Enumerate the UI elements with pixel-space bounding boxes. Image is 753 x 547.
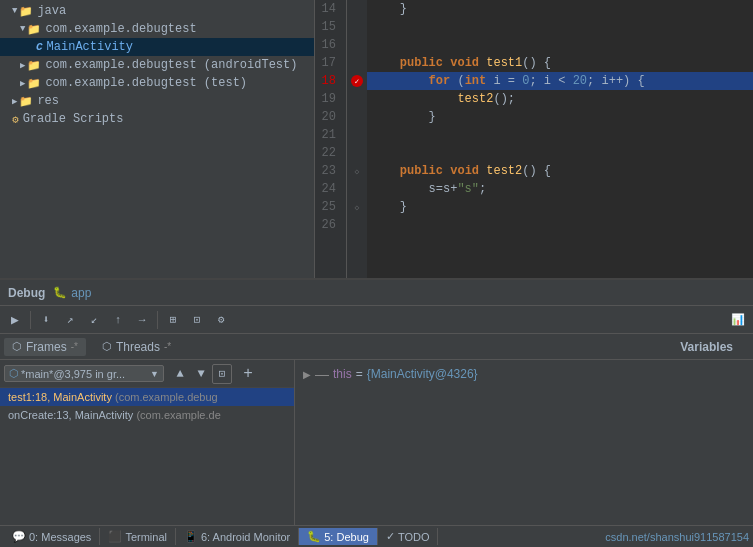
terminal-icon: ⬛ [108, 530, 122, 543]
code-content[interactable]: } public void test1() { for (int i = 0; … [367, 0, 753, 278]
nav-restore-button[interactable]: ⊡ [212, 364, 232, 384]
gray-folder-icon: 📁 [27, 59, 41, 72]
dropdown-arrow-icon: ▼ [150, 369, 159, 379]
run-to-cursor-button[interactable]: → [131, 309, 153, 331]
code-line-22 [367, 144, 753, 162]
force-step-into-button[interactable]: ↙ [83, 309, 105, 331]
frame-item-2[interactable]: onCreate:13, MainActivity (com.example.d… [0, 406, 294, 424]
gradle-icon: ⚙ [12, 113, 19, 126]
gutter-16 [347, 36, 367, 54]
frames-panel: ⬡ *main*@3,975 in gr... ▼ ▲ ▼ ⊡ + test1:… [0, 360, 295, 525]
line-num-24: 24 [315, 180, 340, 198]
step-over-button[interactable]: ⬇ [35, 309, 57, 331]
debug-toolbar: ▶ ⬇ ↗ ↙ ↑ → ⊞ ⊡ ⚙ 📊 [0, 306, 753, 334]
nav-down-button[interactable]: ▼ [191, 364, 211, 384]
frame-item-1[interactable]: test1:18, MainActivity (com.example.debu… [0, 388, 294, 406]
debug-panel: Debug 🐛 app ▶ ⬇ ↗ ↙ ↑ → ⊞ ⊡ ⚙ [0, 280, 753, 525]
gutter-24 [347, 180, 367, 198]
res-icon: 📁 [19, 95, 33, 108]
todo-icon: ✓ [386, 530, 395, 543]
android-test-label: com.example.debugtest (androidTest) [45, 58, 297, 72]
gutter-14 [347, 0, 367, 18]
tree-item-com-debug[interactable]: ▼ 📁 com.example.debugtest [0, 20, 314, 38]
frames-list: test1:18, MainActivity (com.example.debu… [0, 388, 294, 525]
tree-item-main-activity[interactable]: C MainActivity [0, 38, 314, 56]
nav-up-button[interactable]: ▲ [170, 364, 190, 384]
status-tab-debug[interactable]: 🐛 5: Debug [299, 528, 378, 545]
frames-suffix: -* [71, 341, 78, 352]
tree-item-android-test[interactable]: ▶ 📁 com.example.debugtest (androidTest) [0, 56, 314, 74]
line-num-16: 16 [315, 36, 340, 54]
gutter-21 [347, 126, 367, 144]
debug-tab-label: 5: Debug [324, 531, 369, 543]
folder-icon: 📁 [19, 5, 33, 18]
step-into-button[interactable]: ↗ [59, 309, 81, 331]
add-frame-button[interactable]: + [238, 364, 258, 384]
diamond-icon-23: ◇ [355, 167, 360, 176]
todo-label: TODO [398, 531, 430, 543]
line-num-18: 18 [315, 72, 340, 90]
status-tab-todo[interactable]: ✓ TODO [378, 528, 439, 545]
restore-layout-button[interactable]: ⊡ [186, 309, 208, 331]
evaluate-button[interactable]: ⊞ [162, 309, 184, 331]
frames-tab-icon: ⬡ [12, 340, 22, 353]
code-line-24: s=s+"s"; [367, 180, 753, 198]
code-line-20: } [367, 108, 753, 126]
tree-item-java[interactable]: ▼ 📁 java [0, 2, 314, 20]
line-num-15: 15 [315, 18, 340, 36]
frame-2-class: (com.example.de [136, 409, 220, 421]
frame-2-name: onCreate:13, MainActivity [8, 409, 133, 421]
main-activity-label: MainActivity [47, 40, 133, 54]
gutter-17 [347, 54, 367, 72]
threads-tab-label: Threads [116, 340, 160, 354]
code-line-21 [367, 126, 753, 144]
threads-tab-icon: ⬡ [102, 340, 112, 353]
debug-title: Debug [8, 286, 45, 300]
tab-threads[interactable]: ⬡ Threads -* [94, 338, 179, 356]
expand-icon4: ▶ [20, 78, 25, 89]
tree-item-test[interactable]: ▶ 📁 com.example.debugtest (test) [0, 74, 314, 92]
code-line-14: } [367, 0, 753, 18]
gutter-20 [347, 108, 367, 126]
status-tab-messages[interactable]: 💬 0: Messages [4, 528, 100, 545]
code-line-26 [367, 216, 753, 234]
resume-button[interactable]: ▶ [4, 309, 26, 331]
gutter-15 [347, 18, 367, 36]
expand-icon3: ▶ [20, 60, 25, 71]
debug-tabs: ⬡ Frames -* ⬡ Threads -* Variables [0, 334, 753, 360]
settings-button[interactable]: ⚙ [210, 309, 232, 331]
collapse-icon2: ▼ [20, 24, 25, 34]
line-num-25: 25 [315, 198, 340, 216]
folder-icon2: 📁 [27, 23, 41, 36]
var-row-this: ▶ — this = {MainActivity@4326} [299, 364, 749, 384]
gutter-23: ◇ [347, 162, 367, 180]
tb-sep1 [30, 311, 31, 329]
file-tree: ▼ 📁 java ▼ 📁 com.example.debugtest C Mai… [0, 0, 315, 278]
terminal-label: Terminal [125, 531, 167, 543]
test-label: com.example.debugtest (test) [45, 76, 247, 90]
threads-suffix: -* [164, 341, 171, 352]
code-line-25: } [367, 198, 753, 216]
frame-2-label: onCreate:13, MainActivity (com.example.d… [8, 409, 221, 421]
frame-1-label: test1:18, MainActivity (com.example.debu… [8, 391, 218, 403]
line-num-26: 26 [315, 216, 340, 234]
code-line-23: public void test2() { [367, 162, 753, 180]
frames-tab-label: Frames [26, 340, 67, 354]
var-expand-arrow[interactable]: ▶ [303, 369, 311, 380]
variables-header: Variables [680, 340, 749, 354]
tree-item-gradle[interactable]: ⚙ Gradle Scripts [0, 110, 314, 128]
tree-item-res[interactable]: ▶ 📁 res [0, 92, 314, 110]
tab-frames[interactable]: ⬡ Frames -* [4, 338, 86, 356]
breakpoint-arrow-icon [351, 75, 363, 87]
thread-dropdown-label: *main*@3,975 in gr... [21, 368, 125, 380]
status-tab-android-monitor[interactable]: 📱 6: Android Monitor [176, 528, 299, 545]
gutter-25: ◇ [347, 198, 367, 216]
var-this-name: this [333, 367, 352, 381]
res-label: res [37, 94, 59, 108]
line-num-22: 22 [315, 144, 340, 162]
thread-dropdown[interactable]: ⬡ *main*@3,975 in gr... ▼ [4, 365, 164, 382]
status-tab-terminal[interactable]: ⬛ Terminal [100, 528, 176, 545]
gutter: ◇ ◇ [347, 0, 367, 278]
more-button[interactable]: 📊 [727, 309, 749, 331]
step-out-button[interactable]: ↑ [107, 309, 129, 331]
